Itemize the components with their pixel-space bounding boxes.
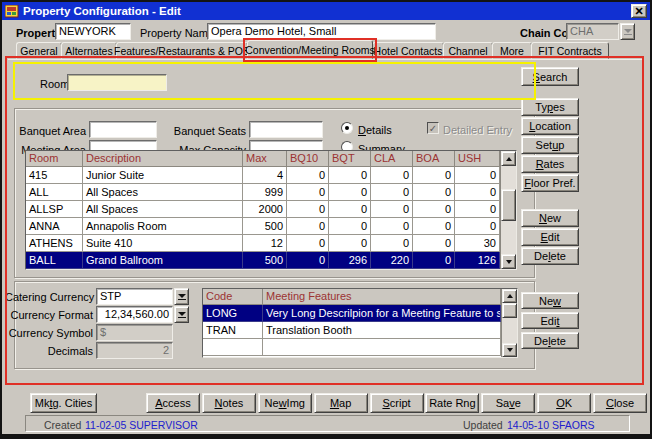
room-input[interactable]: [67, 74, 167, 91]
tab-features-restaurants-pos[interactable]: Features/Restaurants & POS: [116, 42, 248, 59]
catering-currency-dropdown-icon[interactable]: [174, 288, 189, 305]
cell-room: ALL: [26, 184, 83, 201]
details-radio[interactable]: [341, 122, 353, 134]
cell-max: 500: [243, 252, 287, 269]
banquet-area-label: Banquet Area: [18, 124, 86, 138]
scroll-down-icon[interactable]: [501, 254, 516, 269]
status-bar: Created 11-02-05 SUPERVISOR Updated 14-0…: [25, 415, 630, 432]
column-header-room: Room: [26, 151, 83, 167]
close-button[interactable]: ✕: [631, 4, 647, 18]
cell-boa: 0: [413, 184, 455, 201]
updated-label: Updated: [463, 418, 503, 432]
table-row[interactable]: ANNA Annapolis Room 500 0 0 0 0 0: [26, 218, 516, 235]
scrollbar-thumb[interactable]: [502, 303, 517, 318]
column-header-bqt: BQT: [329, 151, 371, 167]
rate-rng-button[interactable]: Rate Rng: [425, 393, 479, 413]
save-button[interactable]: Save: [481, 393, 535, 413]
feature-row[interactable]: TRAN Translation Booth: [203, 322, 517, 339]
catering-currency-input[interactable]: STP: [96, 288, 173, 305]
meeting-features-table: Code Meeting Features LONG Very Long Des…: [202, 288, 518, 358]
scroll-down-icon[interactable]: [502, 343, 517, 357]
search-button[interactable]: Search: [521, 67, 579, 86]
cell-feature: [263, 339, 501, 356]
types-button[interactable]: Types: [521, 98, 579, 116]
edit-feature-button[interactable]: Edit: [521, 312, 579, 329]
property-name-input[interactable]: Opera Demo Hotel, Small: [207, 23, 436, 40]
cell-room: ATHENS: [26, 235, 83, 252]
rates-button[interactable]: Rates: [521, 155, 579, 173]
room-table: Room Description Max BQ10 BQT CLA BOA US…: [25, 150, 517, 270]
floor-pref-button[interactable]: Floor Pref.: [521, 174, 579, 192]
updated-value: 14-05-10 SFAORS: [507, 418, 595, 432]
column-header-cla: CLA: [371, 151, 413, 167]
new-img-button[interactable]: New Img: [258, 393, 312, 413]
location-button[interactable]: Location: [521, 117, 579, 135]
cell-ush: 0: [455, 167, 500, 184]
cell-bq10: 0: [287, 252, 329, 269]
property-input[interactable]: NEWYORK: [55, 23, 131, 40]
tab-fit-contracts[interactable]: FIT Contracts: [531, 42, 609, 59]
script-button[interactable]: Script: [370, 393, 424, 413]
meeting-features-header: Code Meeting Features: [203, 289, 517, 305]
cell-boa: 0: [413, 167, 455, 184]
delete-feature-button[interactable]: Delete: [521, 332, 579, 349]
table-row[interactable]: 415 Junior Suite 4 0 0 0 0 0: [26, 167, 516, 184]
banquet-seats-input[interactable]: [249, 121, 323, 138]
tab-more[interactable]: More: [492, 42, 532, 59]
cell-description: Annapolis Room: [83, 218, 243, 235]
banquet-area-input[interactable]: [89, 121, 157, 138]
details-radio-label[interactable]: Details: [358, 123, 392, 137]
tab-strip-baseline: [8, 59, 644, 60]
scroll-up-icon[interactable]: [502, 289, 517, 303]
bottom-button-bar: Access Notes New Img Map Script Rate Rng…: [146, 393, 647, 413]
column-header-max: Max: [243, 151, 287, 167]
app-icon: [5, 5, 19, 18]
radio-selected-dot: [345, 126, 349, 130]
cell-feature: Very Long Descrilpion for a Meeting Feat…: [263, 305, 501, 322]
room-table-scrollbar[interactable]: [500, 151, 516, 269]
table-row-selected[interactable]: BALL Grand Ballroom 500 0 296 220 0 126: [26, 252, 516, 269]
table-row[interactable]: ATHENS Suite 410 12 0 0 0 0 30: [26, 235, 516, 252]
column-header-description: Description: [83, 151, 243, 167]
column-header-boa: BOA: [413, 151, 455, 167]
cell-cla: 0: [371, 218, 413, 235]
cell-max: 12: [243, 235, 287, 252]
scroll-up-icon[interactable]: [501, 151, 516, 166]
cell-ush: 0: [455, 184, 500, 201]
cell-code: TRAN: [203, 322, 263, 339]
room-label: Room: [40, 77, 69, 91]
tab-convention-meeting-rooms[interactable]: Convention/Meeting Rooms: [247, 40, 373, 59]
currency-format-input[interactable]: 12,34,560.00: [96, 306, 173, 323]
new-room-button[interactable]: New: [521, 209, 579, 227]
tab-hotel-contacts[interactable]: Hotel Contacts: [372, 42, 444, 59]
setup-button[interactable]: Setup: [521, 136, 579, 154]
map-button[interactable]: Map: [314, 393, 368, 413]
tab-general[interactable]: General: [16, 42, 62, 59]
created-label: Created: [44, 418, 81, 432]
edit-room-button[interactable]: Edit: [521, 228, 579, 246]
currency-format-dropdown-icon[interactable]: [174, 306, 189, 323]
close-window-button[interactable]: Close: [593, 393, 647, 413]
new-feature-button[interactable]: New: [521, 292, 579, 309]
cell-max: 4: [243, 167, 287, 184]
access-button[interactable]: Access: [146, 393, 200, 413]
banquet-seats-label: Banquet Seats: [168, 124, 246, 138]
cell-feature: Translation Booth: [263, 322, 501, 339]
mktg-cities-button[interactable]: Mktg. Cities: [30, 393, 97, 413]
notes-button[interactable]: Notes: [202, 393, 256, 413]
cell-description: All Spaces: [83, 184, 243, 201]
feature-row[interactable]: [203, 339, 517, 356]
tab-channel[interactable]: Channel: [443, 42, 493, 59]
ok-button[interactable]: OK: [537, 393, 591, 413]
tab-alternates[interactable]: Alternates: [61, 42, 117, 59]
cell-room: 415: [26, 167, 83, 184]
table-row[interactable]: ALL All Spaces 999 0 0 0 0 0: [26, 184, 516, 201]
feature-row-selected[interactable]: LONG Very Long Descrilpion for a Meeting…: [203, 305, 517, 322]
cell-bq10: 0: [287, 167, 329, 184]
delete-room-button[interactable]: Delete: [521, 247, 579, 265]
meeting-features-scrollbar[interactable]: [501, 289, 517, 357]
close-icon: ✕: [634, 5, 643, 18]
table-row[interactable]: ALLSP All Spaces 2000 0 0 0 0 0: [26, 201, 516, 218]
cell-bqt: 0: [329, 167, 371, 184]
scrollbar-thumb[interactable]: [501, 189, 516, 221]
